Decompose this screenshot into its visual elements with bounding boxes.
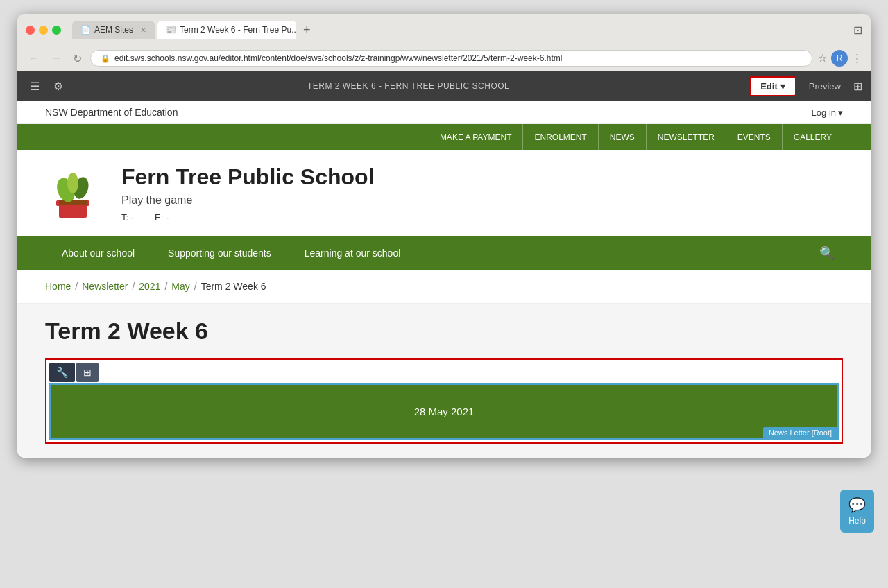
component-toolbar: 🔧 ⊞ [49,363,839,382]
site-header-bar: NSW Department of Education Log in ▾ [17,101,871,124]
top-nav: MAKE A PAYMENT ENROLMENT NEWS NEWSLETTER… [17,124,871,150]
main-nav-supporting[interactable]: Supporting our students [151,236,288,270]
new-tab-button[interactable]: + [299,21,315,39]
breadcrumb-sep-4: / [194,281,197,292]
school-name: Fern Tree Public School [121,164,375,190]
refresh-button[interactable]: ↻ [70,51,85,67]
login-button[interactable]: Log in ▾ [812,107,843,118]
breadcrumb-2021[interactable]: 2021 [139,281,160,292]
help-icon: 💬 [848,496,866,513]
menu-button[interactable]: ⋮ [852,52,862,64]
address-bar-row: ← → ↻ 🔒 edit.sws.schools.nsw.gov.au/edit… [17,46,871,71]
aem-topbar-left: ☰ ⚙ [26,77,67,96]
maximize-traffic-light[interactable] [52,26,61,35]
aem-topbar-right: Edit ▾ Preview ⊞ [749,76,862,96]
edit-dropdown-icon: ▾ [780,81,785,92]
aem-topbar-title: TERM 2 WEEK 6 - FERN TREE PUBLIC SCHOOL [73,81,744,91]
minimize-traffic-light[interactable] [39,26,48,35]
login-dropdown-icon: ▾ [838,107,843,118]
top-nav-news[interactable]: NEWS [599,124,647,150]
breadcrumb-sep-1: / [75,281,78,292]
main-nav-learning[interactable]: Learning at our school [288,236,418,270]
tab-bar: 📄 AEM Sites ✕ 📰 Term 2 Week 6 - Fern Tre… [72,21,848,39]
cast-icon: ⊡ [853,24,862,37]
breadcrumb-current: Term 2 Week 6 [201,281,266,292]
settings-button[interactable]: ⚙ [49,77,67,96]
top-nav-newsletter[interactable]: NEWSLETTER [647,124,726,150]
close-traffic-light[interactable] [26,26,35,35]
component-content: 28 May 2021 [49,383,839,440]
breadcrumb-newsletter[interactable]: Newsletter [82,281,128,292]
tab-label-aem: AEM Sites [94,25,133,35]
svg-point-5 [67,173,78,193]
browser-tab-aem[interactable]: 📄 AEM Sites ✕ [72,21,155,39]
school-logo [45,166,101,221]
svg-rect-2 [59,200,87,205]
page-title: Term 2 Week 6 [45,318,843,345]
breadcrumb-sep-2: / [132,281,135,292]
main-nav: About our school Supporting our students… [17,236,871,270]
breadcrumb: Home / Newsletter / 2021 / May / Term 2 … [45,281,843,292]
share-button[interactable]: ⊞ [853,80,862,93]
school-header: Fern Tree Public School Play the game T:… [17,150,871,236]
preview-button[interactable]: Preview [802,78,848,95]
aem-topbar: ☰ ⚙ TERM 2 WEEK 6 - FERN TREE PUBLIC SCH… [17,71,871,101]
component-area: 🔧 ⊞ 28 May 2021 News Letter [Root] [45,358,843,444]
url-text: edit.sws.schools.nsw.gov.au/editor.html/… [114,53,562,63]
top-nav-make-payment[interactable]: MAKE A PAYMENT [429,124,524,150]
breadcrumb-home[interactable]: Home [45,281,71,292]
tab-favicon-aem: 📄 [80,25,90,35]
browser-tab-newsletter[interactable]: 📰 Term 2 Week 6 - Fern Tree Pu... ✕ [157,21,296,39]
breadcrumb-bar: Home / Newsletter / 2021 / May / Term 2 … [17,270,871,304]
tab-favicon-newsletter: 📰 [166,25,176,35]
edit-button[interactable]: Edit ▾ [749,76,796,96]
site-wrapper: NSW Department of Education Log in ▾ MAK… [17,101,871,458]
edit-label: Edit [760,81,778,92]
school-tagline: Play the game [121,194,375,207]
breadcrumb-sep-3: / [164,281,167,292]
main-nav-search-icon[interactable]: 🔍 [811,237,843,269]
school-email: E: - [155,212,169,223]
browser-actions: ☆ R ⋮ [818,50,862,67]
top-nav-events[interactable]: EVENTS [726,124,783,150]
breadcrumb-may[interactable]: May [171,281,189,292]
school-info: Fern Tree Public School Play the game T:… [121,164,375,223]
bookmark-button[interactable]: ☆ [818,52,827,64]
school-phone: T: - [121,212,134,223]
component-wrench-button[interactable]: 🔧 [49,363,75,382]
top-nav-enrolment[interactable]: ENROLMENT [523,124,598,150]
forward-button[interactable]: → [48,51,65,66]
tab-label-newsletter: Term 2 Week 6 - Fern Tree Pu... [180,25,296,35]
top-nav-gallery[interactable]: GALLERY [783,124,843,150]
dept-name: NSW Department of Education [45,107,178,118]
traffic-lights [26,26,61,35]
component-layout-button[interactable]: ⊞ [76,363,99,382]
help-label: Help [848,516,866,526]
page-content: Term 2 Week 6 🔧 ⊞ 28 May 2021 News Lette… [17,304,871,458]
tab-close-aem[interactable]: ✕ [140,26,146,35]
back-button[interactable]: ← [26,51,42,66]
profile-button[interactable]: R [831,50,848,67]
main-nav-about[interactable]: About our school [45,236,151,270]
login-label: Log in [812,107,836,118]
browser-titlebar: 📄 AEM Sites ✕ 📰 Term 2 Week 6 - Fern Tre… [17,14,871,46]
address-bar[interactable]: 🔒 edit.sws.schools.nsw.gov.au/editor.htm… [90,50,812,67]
lock-icon: 🔒 [101,54,110,63]
component-date: 28 May 2021 [78,406,810,417]
school-contact: T: - E: - [121,212,375,223]
panel-toggle-button[interactable]: ☰ [26,77,44,96]
help-button[interactable]: 💬 Help [840,490,874,533]
component-label: News Letter [Root] [763,427,837,438]
